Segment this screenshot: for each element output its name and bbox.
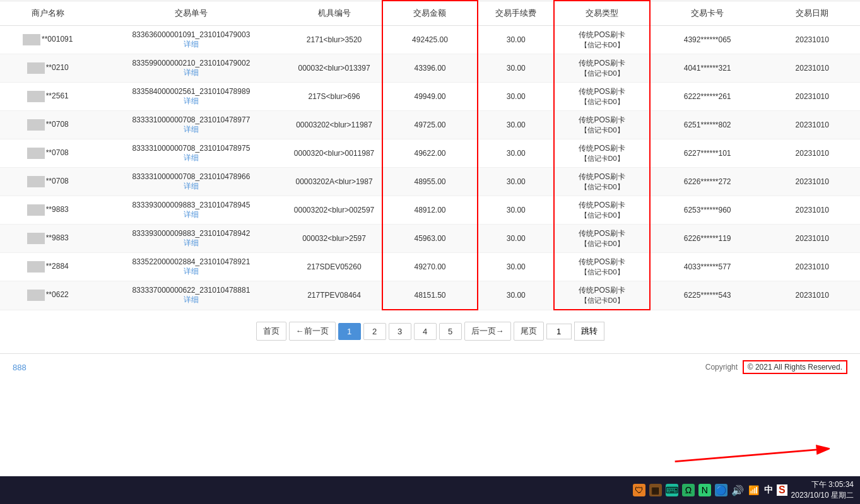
- page-jump-input[interactable]: [546, 324, 572, 339]
- table-row: **2561833584000002561_231010478989详细217S…: [0, 83, 860, 111]
- fee-cell: 30.00: [478, 196, 554, 225]
- device-cell: 0000320<blur>0011987: [286, 139, 382, 168]
- merchant-name: **0708: [46, 120, 69, 129]
- device-cell: 000032<blur>2597: [286, 225, 382, 253]
- type-line1: 传统POS刷卡: [579, 200, 625, 211]
- detail-link[interactable]: 详细: [99, 39, 283, 50]
- date-cell: 20231010: [765, 168, 861, 196]
- tray-icon-4[interactable]: Ω: [682, 484, 695, 496]
- type-line1: 传统POS刷卡: [579, 58, 625, 69]
- tray-icon-1[interactable]: 🛡: [633, 484, 645, 496]
- col-header-merchant: 商户名称: [0, 1, 95, 26]
- tray-icon-5[interactable]: N: [698, 484, 711, 496]
- detail-link[interactable]: 详细: [99, 295, 283, 305]
- taskbar-tray: 🛡 ▦ ⌨ Ω N 🔵 🔊 📶 中 S 下午 3:05:34 2023/10/1…: [633, 479, 854, 501]
- order-cell: 833584000002561_231010478989详细: [95, 83, 286, 111]
- tray-icon-volume[interactable]: 🔊: [731, 484, 744, 496]
- amount-cell: 49270.00: [382, 253, 478, 281]
- order-cell: 833337000000622_231010478881详细: [95, 281, 286, 310]
- table-row: **001091833636000001091_231010479003详细21…: [0, 26, 860, 54]
- type-cell: 传统POS刷卡【信记卡D0】: [554, 225, 649, 253]
- type-line1: 传统POS刷卡: [579, 115, 625, 126]
- table-row: **2884833522000002884_231010478921详细217S…: [0, 253, 860, 281]
- merchant-name: **2884: [46, 262, 69, 271]
- fee-cell: 30.00: [478, 83, 554, 111]
- card-cell: 4041******321: [650, 54, 765, 83]
- order-number: 833636000001091_231010479003: [132, 30, 250, 39]
- card-cell: 6227******101: [650, 139, 765, 168]
- type-cell: 传统POS刷卡【信记卡D0】: [554, 26, 649, 54]
- tray-icon-2[interactable]: ▦: [649, 484, 662, 496]
- device-cell: 217TPEV08464: [286, 281, 382, 310]
- taskbar-datetime: 下午 3:05:34 2023/10/10 星期二: [791, 479, 854, 501]
- card-cell: 6251******802: [650, 111, 765, 139]
- device-cell: 00003202<blur>002597: [286, 196, 382, 225]
- detail-link[interactable]: 详细: [99, 266, 283, 277]
- card-cell: 6222******261: [650, 83, 765, 111]
- next-page-btn[interactable]: 后一页→: [464, 322, 511, 341]
- page-jump-btn[interactable]: 跳转: [574, 322, 604, 341]
- taskbar-s-icon[interactable]: S: [777, 484, 787, 496]
- page-btn-4[interactable]: 4: [414, 323, 437, 340]
- date-cell: 20231010: [765, 225, 861, 253]
- merchant-name: **2561: [46, 91, 69, 100]
- type-line1: 传统POS刷卡: [579, 86, 625, 97]
- detail-link[interactable]: 详细: [99, 238, 283, 249]
- page-btn-5[interactable]: 5: [439, 323, 462, 340]
- merchant-cell: **0708: [0, 168, 95, 196]
- merchant-avatar: [27, 176, 45, 187]
- detail-link[interactable]: 详细: [99, 67, 283, 78]
- type-line2: 【信记卡D0】: [579, 267, 625, 277]
- amount-cell: 492425.00: [382, 26, 478, 54]
- page-btn-3[interactable]: 3: [389, 323, 411, 340]
- col-header-type: 交易类型: [554, 1, 649, 26]
- detail-link[interactable]: 详细: [99, 209, 283, 220]
- date-cell: 20231010: [765, 54, 861, 83]
- taskbar-lang[interactable]: 中: [764, 484, 773, 496]
- col-header-device: 机具编号: [286, 1, 382, 26]
- page-btn-1[interactable]: 1: [338, 323, 361, 340]
- tray-icon-3[interactable]: ⌨: [666, 484, 678, 496]
- prev-page-btn[interactable]: ←前一页: [289, 322, 336, 341]
- card-cell: 4392******065: [650, 26, 765, 54]
- first-page-btn[interactable]: 首页: [256, 322, 286, 341]
- last-page-btn[interactable]: 尾页: [514, 322, 544, 341]
- detail-link[interactable]: 详细: [99, 181, 283, 192]
- device-cell: 00003202A<blur>1987: [286, 168, 382, 196]
- detail-link[interactable]: 详细: [99, 153, 283, 163]
- type-line1: 传统POS刷卡: [579, 30, 625, 40]
- merchant-name: **001091: [42, 35, 73, 44]
- type-cell: 传统POS刷卡【信记卡D0】: [554, 139, 649, 168]
- tray-icon-bluetooth[interactable]: 🔵: [715, 484, 727, 496]
- merchant-cell: **001091: [0, 26, 95, 54]
- merchant-cell: **0210: [0, 54, 95, 83]
- type-line1: 传统POS刷卡: [579, 257, 625, 267]
- copyright-label: Copyright: [705, 363, 738, 372]
- type-line1: 传统POS刷卡: [579, 285, 625, 296]
- detail-link[interactable]: 详细: [99, 124, 283, 135]
- detail-link[interactable]: 详细: [99, 96, 283, 107]
- amount-cell: 48151.50: [382, 281, 478, 310]
- type-line2: 【信记卡D0】: [579, 182, 625, 192]
- order-number: 833331000000708_231010478977: [132, 115, 250, 124]
- page-btn-2[interactable]: 2: [363, 323, 386, 340]
- merchant-name: **0210: [46, 63, 69, 72]
- date-cell: 20231010: [765, 196, 861, 225]
- type-line2: 【信记卡D0】: [579, 126, 625, 135]
- merchant-cell: **0708: [0, 139, 95, 168]
- order-number: 833584000002561_231010478989: [132, 87, 250, 96]
- order-number: 833393000009883_231010478942: [132, 229, 250, 238]
- order-cell: 833522000002884_231010478921详细: [95, 253, 286, 281]
- type-cell: 传统POS刷卡【信记卡D0】: [554, 281, 649, 310]
- type-line2: 【信记卡D0】: [579, 154, 625, 163]
- order-cell: 833331000000708_231010478975详细: [95, 139, 286, 168]
- merchant-name: **0708: [46, 148, 69, 157]
- type-line1: 传统POS刷卡: [579, 172, 625, 182]
- merchant-cell: **9883: [0, 225, 95, 253]
- red-arrow-annotation: [664, 445, 854, 470]
- order-cell: 833599000000210_231010479002详细: [95, 54, 286, 83]
- tray-icon-network[interactable]: 📶: [748, 484, 760, 496]
- order-number: 833331000000708_231010478966: [132, 172, 250, 181]
- table-row: **9883833393000009883_231010478945详细0000…: [0, 196, 860, 225]
- merchant-name: **9883: [46, 233, 69, 242]
